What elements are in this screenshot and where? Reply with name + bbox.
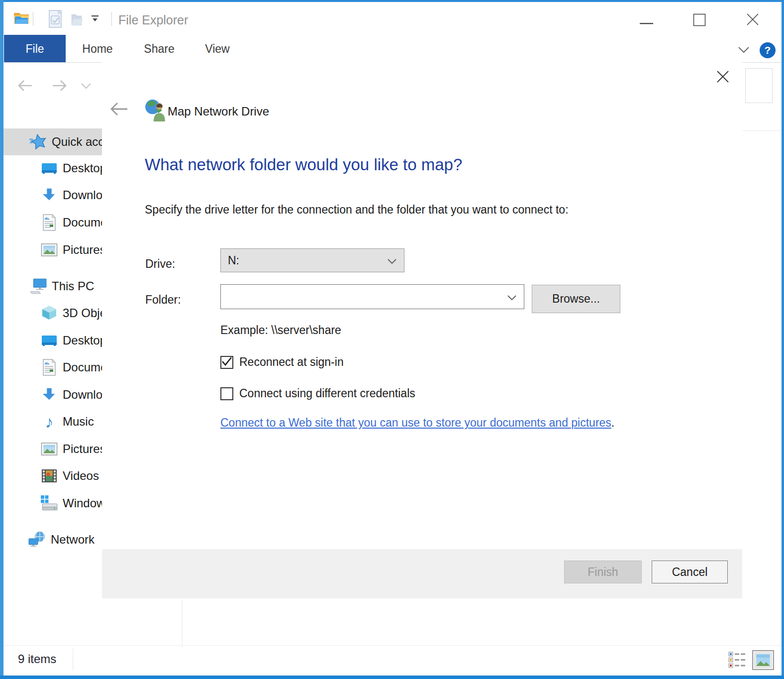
titlebar-separator	[111, 12, 112, 26]
window-border-left	[0, 0, 3, 679]
quick-access-star-icon	[29, 132, 48, 151]
folder-label: Folder:	[145, 288, 181, 312]
sidebar-item-label: Desktop	[63, 161, 106, 175]
example-text: Example: \\server\share	[220, 324, 341, 337]
toolbar-divider	[742, 130, 782, 131]
tab-file[interactable]: File	[4, 35, 66, 63]
browse-button[interactable]: Browse...	[532, 285, 620, 313]
downloads-icon	[40, 186, 59, 205]
tab-home[interactable]: Home	[79, 35, 116, 63]
desktop-icon	[40, 159, 59, 178]
thumbnail-view-icon[interactable]	[752, 650, 774, 673]
finish-button[interactable]: Finish	[564, 561, 642, 583]
new-folder-icon[interactable]	[69, 12, 85, 30]
map-network-drive-dialog: Map Network Drive What network folder wo…	[102, 63, 742, 598]
dialog-close-icon[interactable]	[715, 69, 731, 87]
ribbon-divider	[742, 62, 782, 63]
details-view-icon[interactable]	[728, 651, 747, 671]
network-icon	[28, 530, 47, 549]
dialog-title: Map Network Drive	[168, 104, 269, 119]
reconnect-checkbox[interactable]	[220, 356, 233, 369]
windows-drive-icon	[40, 494, 59, 513]
tab-share[interactable]: Share	[141, 35, 178, 63]
web-site-link[interactable]: Connect to a Web site that you can use t…	[220, 416, 611, 429]
properties-icon[interactable]	[47, 10, 64, 30]
cube-icon	[40, 304, 59, 323]
window-border-top	[0, 0, 784, 2]
documents-icon	[40, 213, 59, 232]
sidebar-item-label: Pictures	[63, 442, 106, 456]
qat-customize-caret-icon[interactable]	[91, 15, 100, 26]
ribbon-divider	[0, 62, 102, 63]
music-note-icon: ♪	[40, 412, 59, 431]
sidebar-item-label: Pictures	[63, 243, 106, 257]
web-site-link-row: Connect to a Web site that you can use t…	[220, 416, 614, 430]
back-arrow-icon[interactable]	[17, 79, 33, 95]
sidebar-item-label: Network	[51, 533, 95, 547]
cancel-button[interactable]: Cancel	[652, 561, 728, 583]
minimize-button[interactable]	[640, 18, 654, 27]
dialog-back-arrow-icon[interactable]	[109, 102, 128, 118]
ribbon-collapse-chevron-icon[interactable]	[736, 46, 751, 57]
sidebar-item-label: This PC	[52, 279, 94, 293]
dialog-heading: What network folder would you like to ma…	[145, 155, 462, 174]
close-button[interactable]	[745, 12, 760, 29]
check-icon	[221, 356, 232, 368]
chevron-down-icon	[507, 290, 517, 304]
help-icon[interactable]: ?	[760, 42, 776, 58]
forward-arrow-icon[interactable]	[52, 79, 68, 95]
this-pc-icon	[29, 277, 48, 296]
folder-combobox[interactable]	[220, 284, 524, 309]
pictures-icon	[40, 440, 59, 458]
drive-value: N:	[228, 254, 239, 267]
downloads-icon	[40, 385, 59, 404]
drive-label: Drive:	[145, 252, 175, 276]
recent-locations-chevron-icon[interactable]	[81, 83, 92, 92]
dialog-button-bar	[102, 549, 742, 598]
dialog-description: Specify the drive letter for the connect…	[145, 203, 569, 217]
sidebar-item-label: Music	[63, 415, 94, 429]
map-network-drive-icon	[144, 99, 167, 123]
sidebar-item-label: Videos	[63, 469, 99, 483]
window-border-bottom	[0, 676, 784, 679]
app-icon	[13, 10, 30, 29]
reconnect-checkbox-label[interactable]: Reconnect at sign-in	[239, 354, 344, 370]
pane-divider	[182, 599, 183, 647]
titlebar-separator	[33, 12, 33, 26]
tab-view[interactable]: View	[201, 35, 234, 63]
statusbar-divider	[3, 645, 782, 646]
maximize-button[interactable]	[693, 13, 706, 28]
documents-icon	[40, 358, 59, 377]
window-border-right	[782, 0, 784, 679]
pictures-icon	[40, 240, 59, 259]
desktop-icon	[40, 331, 59, 350]
credentials-checkbox-label[interactable]: Connect using different credentials	[239, 385, 415, 401]
items-count: 9 items	[18, 652, 56, 666]
link-suffix: .	[611, 416, 614, 429]
window-title: File Explorer	[118, 13, 188, 27]
credentials-checkbox[interactable]	[220, 387, 233, 400]
film-icon	[40, 466, 59, 485]
chevron-down-icon	[387, 254, 397, 267]
statusbar-separator	[73, 649, 73, 671]
search-box[interactable]	[745, 68, 773, 103]
sidebar-item-label: Desktop	[63, 334, 106, 347]
drive-select[interactable]: N:	[220, 248, 404, 272]
